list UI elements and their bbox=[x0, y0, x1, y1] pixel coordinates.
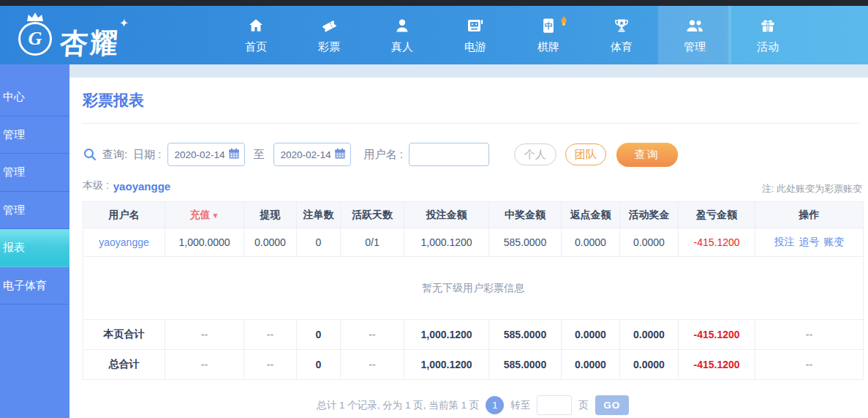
sidebar-item-report[interactable]: 报表 bbox=[0, 229, 69, 267]
brand-monogram: G bbox=[18, 22, 52, 56]
grand-total-label: 总合计 bbox=[83, 350, 165, 380]
top-dark-strip bbox=[0, 0, 868, 6]
mahjong-tile-icon: 中 bbox=[540, 16, 556, 35]
home-icon bbox=[247, 16, 265, 35]
col-username: 用户名 bbox=[83, 202, 165, 228]
page-number-button[interactable]: 1 bbox=[486, 396, 504, 414]
goto-label: 转至 bbox=[510, 399, 530, 412]
nav-item-boardgames[interactable]: 中 棋牌 bbox=[512, 6, 585, 64]
col-recharge[interactable]: 充值▼ bbox=[165, 202, 244, 228]
col-win-amount: 中奖金额 bbox=[489, 202, 562, 228]
nav-item-manage[interactable]: 管理 bbox=[658, 6, 731, 64]
row-actions: 投注追号账变 bbox=[755, 228, 864, 257]
nav-menu: 首页 彩票 真人 电游 中 棋牌 bbox=[219, 6, 804, 64]
nav-item-activity[interactable]: 活动 bbox=[731, 6, 804, 64]
action-bet-link[interactable]: 投注 bbox=[774, 236, 795, 247]
nav-item-live[interactable]: 真人 bbox=[366, 6, 439, 64]
date-label: 日期 : bbox=[133, 148, 161, 162]
calendar-icon[interactable] bbox=[227, 147, 241, 163]
empty-message: 暂无下级用户彩票信息 bbox=[83, 257, 864, 320]
row-active-days: 0/1 bbox=[341, 228, 404, 257]
account-change-note: 注: 此处账变为彩票账变 bbox=[762, 182, 862, 195]
flame-hot-icon bbox=[556, 13, 571, 32]
action-account-change-link[interactable]: 账变 bbox=[824, 236, 845, 247]
row-bet-count: 0 bbox=[297, 228, 341, 257]
person-icon bbox=[393, 16, 411, 35]
row-win-amount: 585.0000 bbox=[489, 228, 562, 257]
username-label: 用户名 : bbox=[364, 148, 403, 162]
sidebar-item-manage-3[interactable]: 管理 bbox=[0, 192, 69, 230]
page-total-label: 本页合计 bbox=[83, 320, 165, 350]
go-button[interactable]: GO bbox=[595, 395, 629, 415]
calendar-icon[interactable] bbox=[333, 147, 347, 163]
date-from-input[interactable] bbox=[175, 149, 227, 160]
row-activity-bonus: 0.0000 bbox=[620, 228, 679, 257]
search-icon bbox=[83, 147, 97, 162]
table-header-row: 用户名 充值▼ 提现 注单数 活跃天数 投注金额 中奖金额 返点金额 活动奖金 … bbox=[83, 202, 864, 228]
col-withdraw: 提现 bbox=[244, 202, 297, 228]
personal-filter-button[interactable]: 个人 bbox=[514, 143, 556, 165]
pagination: 总计 1 个记录, 分为 1 页, 当前第 1 页 1 转至 页 GO bbox=[83, 395, 863, 415]
sub-navbar-band bbox=[69, 64, 868, 78]
date-to-input[interactable] bbox=[281, 149, 333, 160]
team-filter-button[interactable]: 团队 bbox=[565, 143, 606, 165]
col-rebate: 返点金额 bbox=[562, 202, 620, 228]
search-toolbar: 查询: 日期 : 至 用户名 : 个人 团队 查询 bbox=[83, 143, 678, 166]
col-profit: 盈亏金额 bbox=[679, 202, 755, 228]
page-title: 彩票报表 bbox=[83, 90, 144, 111]
title-divider bbox=[83, 123, 859, 124]
nav-item-lottery[interactable]: 彩票 bbox=[293, 6, 366, 64]
date-to-field[interactable] bbox=[273, 143, 351, 166]
row-rebate: 0.0000 bbox=[562, 228, 620, 257]
row-profit: -415.1200 bbox=[679, 228, 755, 257]
ticket-icon bbox=[320, 16, 339, 35]
trophy-icon bbox=[613, 16, 630, 35]
row-recharge: 1,000.0000 bbox=[165, 228, 244, 257]
nav-item-egames[interactable]: 电游 bbox=[439, 6, 512, 64]
pagination-summary: 总计 1 个记录, 分为 1 页, 当前第 1 页 bbox=[317, 399, 479, 412]
level-username[interactable]: yaoyangge bbox=[113, 180, 170, 193]
table-row: yaoyangge 1,000.0000 0.0000 0 0/1 1,000.… bbox=[83, 228, 864, 257]
current-level-row: 本级 : yaoyangge bbox=[83, 179, 170, 193]
page-total-row: 本页合计 -- -- 0 -- 1,000.1200 585.0000 0.00… bbox=[83, 320, 864, 350]
sidebar-item-manage-1[interactable]: 管理 bbox=[0, 116, 69, 154]
row-bet-amount: 1,000.1200 bbox=[404, 228, 489, 257]
empty-row: 暂无下级用户彩票信息 bbox=[83, 257, 864, 320]
brand-emblem: G bbox=[16, 12, 54, 59]
main-content: 彩票报表 查询: 日期 : 至 用户名 : 个人 团队 查询 本级 : yaoy… bbox=[69, 78, 868, 418]
date-from-field[interactable] bbox=[167, 143, 245, 166]
query-label: 查询: bbox=[102, 148, 127, 162]
goto-page-input[interactable] bbox=[537, 395, 572, 415]
brand-name: 杏耀 bbox=[59, 25, 121, 62]
slot-machine-icon bbox=[466, 16, 485, 35]
action-chase-link[interactable]: 追号 bbox=[799, 236, 820, 247]
nav-item-sports[interactable]: 体育 bbox=[585, 6, 658, 64]
sort-desc-icon[interactable]: ▼ bbox=[212, 212, 219, 220]
col-bet-amount: 投注金额 bbox=[404, 202, 489, 228]
col-actions: 操作 bbox=[755, 202, 864, 228]
sidebar-item-manage-2[interactable]: 管理 bbox=[0, 154, 69, 192]
date-to-label: 至 bbox=[254, 148, 265, 162]
level-label: 本级 : bbox=[83, 179, 109, 193]
top-navbar: G 杏耀 首页 彩票 真人 电游 bbox=[0, 6, 868, 64]
col-active-days: 活跃天数 bbox=[341, 202, 404, 228]
users-icon bbox=[685, 16, 704, 35]
query-button[interactable]: 查询 bbox=[616, 143, 678, 167]
svg-text:中: 中 bbox=[545, 21, 553, 30]
grand-total-row: 总合计 -- -- 0 -- 1,000.1200 585.0000 0.000… bbox=[83, 350, 864, 380]
username-input[interactable] bbox=[409, 143, 489, 166]
row-username-link[interactable]: yaoyangge bbox=[99, 236, 149, 248]
row-withdraw: 0.0000 bbox=[244, 228, 297, 257]
col-activity-bonus: 活动奖金 bbox=[620, 202, 679, 228]
nav-item-home[interactable]: 首页 bbox=[219, 6, 293, 64]
sidebar-item-esports[interactable]: 电子体育 bbox=[0, 267, 69, 305]
page-unit-label: 页 bbox=[578, 399, 589, 412]
report-table: 用户名 充值▼ 提现 注单数 活跃天数 投注金额 中奖金额 返点金额 活动奖金 … bbox=[83, 201, 864, 380]
brand-logo[interactable]: G 杏耀 bbox=[16, 12, 120, 62]
sidebar-item-center[interactable]: 中心 bbox=[0, 78, 69, 116]
col-bet-count: 注单数 bbox=[297, 202, 341, 228]
sidebar: 中心 管理 管理 管理 报表 电子体育 bbox=[0, 64, 69, 418]
gift-icon bbox=[759, 16, 777, 35]
